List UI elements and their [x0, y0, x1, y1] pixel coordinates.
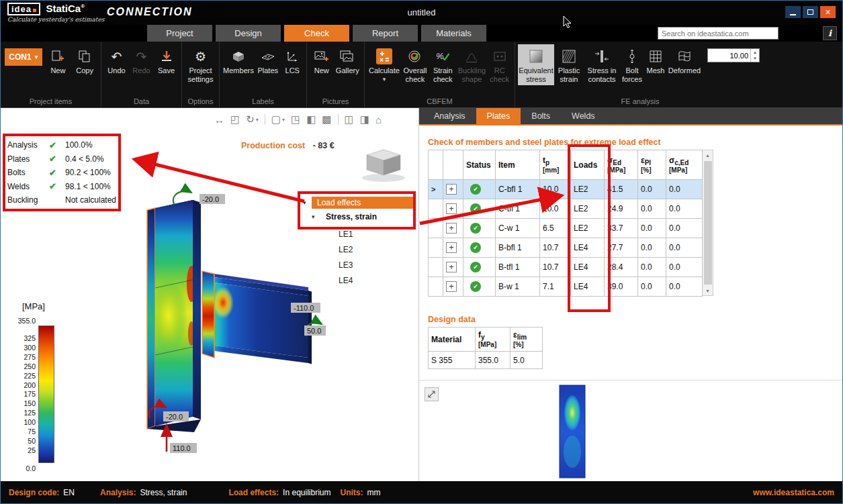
strain-check-button[interactable]: % Strain check — [429, 44, 456, 85]
equivalent-stress-button[interactable]: Equivalent stress — [518, 44, 554, 85]
bolt-forces-button[interactable]: Bolt forces — [620, 44, 644, 85]
expand-row-button[interactable]: + — [446, 262, 457, 272]
stepper-arrows[interactable]: ▲ ▼ — [750, 49, 759, 62]
info-button[interactable]: i — [823, 26, 837, 40]
tab-plates[interactable]: Plates — [476, 108, 521, 124]
app-window: idea StatiCa® Calculate yesterday's esti… — [0, 0, 843, 504]
tab-design[interactable]: Design — [216, 25, 281, 42]
plate-detail-view[interactable] — [419, 380, 843, 483]
force-bottom-label: 110.0 — [173, 444, 191, 452]
tree-node-le2[interactable]: LE2 — [339, 242, 414, 258]
expand-view-button[interactable] — [425, 387, 439, 401]
minimize-button[interactable] — [785, 6, 801, 18]
tab-welds[interactable]: Welds — [561, 108, 606, 124]
maximize-button[interactable] — [803, 6, 818, 18]
deformed-scale-input[interactable] — [708, 49, 750, 62]
stress-in-contacts-button[interactable]: Stress in contacts — [584, 44, 620, 85]
tab-bolts[interactable]: Bolts — [521, 108, 561, 124]
contacts-view-icon[interactable]: ◨ — [360, 113, 369, 125]
expand-row-button[interactable]: + — [446, 242, 457, 253]
rotate-view-icon[interactable]: ↻▾ — [246, 113, 259, 125]
table-row[interactable]: + ✔ B-tfl 1 10.7 LE4 28.4 0.0 0.0 — [429, 258, 703, 277]
tree-node-le3[interactable]: LE3 — [339, 258, 414, 273]
deformed-button[interactable]: Deformed — [667, 44, 702, 77]
expand-row-button[interactable]: + — [446, 223, 457, 234]
tab-project[interactable]: Project — [147, 25, 212, 42]
axonometric-view-icon[interactable]: ◳ — [291, 113, 300, 125]
clip-plane-icon[interactable]: ◫ — [345, 113, 354, 125]
mesh-button[interactable]: Mesh — [644, 44, 667, 77]
save-button[interactable]: Save — [154, 44, 179, 77]
logo-brand-text: StatiCa — [46, 3, 81, 14]
end-plate-highlighted[interactable] — [202, 271, 214, 358]
search-input[interactable] — [658, 27, 779, 40]
project-settings-button[interactable]: ⚙ Project settings — [185, 44, 216, 85]
stress-color-scale: [MPa] 355.0 325300 275250 225200 175150 … — [11, 301, 65, 472]
plastic-strain-button[interactable]: Plastic strain — [554, 44, 584, 85]
force-right-label: 50.0 — [307, 327, 321, 335]
tab-analysis[interactable]: Analysis — [423, 108, 476, 124]
nav-cube[interactable] — [362, 150, 405, 182]
zoom-fit-icon[interactable]: ◰ — [230, 113, 240, 125]
members-labels-button[interactable]: Members — [222, 44, 255, 77]
close-button[interactable]: ✕ — [820, 6, 836, 18]
ribbon-group-fe-analysis: Equivalent stress Plastic strain Stress … — [515, 42, 765, 107]
deformed-scale-stepper[interactable]: ▲ ▼ — [707, 48, 760, 62]
table-row[interactable]: + ✔ C-w 1 6.5 LE2 33.7 0.0 0.0 — [429, 219, 703, 238]
expand-row-button[interactable]: + — [446, 281, 457, 292]
scroll-down-icon[interactable]: ▼ — [705, 286, 710, 295]
column-flange-edge-highlighted[interactable] — [147, 208, 155, 429]
table-row[interactable]: + ✔ B-bfl 1 10.7 LE4 27.7 0.0 0.0 — [429, 238, 703, 258]
tree-node-le1[interactable]: LE1 — [339, 227, 414, 242]
copy-item-button[interactable]: Copy — [71, 44, 98, 77]
expander-icon[interactable]: ▾ — [312, 213, 320, 220]
tab-check[interactable]: Check — [284, 25, 349, 42]
tree-node-stress-strain[interactable]: ▾ Stress, strain — [312, 209, 414, 223]
tree-node-le4[interactable]: LE4 — [339, 273, 414, 289]
mesh-icon — [648, 46, 664, 66]
front-view-icon[interactable]: ◧ — [306, 113, 316, 125]
solid-view-icon[interactable]: ▩ — [322, 113, 331, 125]
connection-selector-button[interactable]: CON1▾ — [5, 48, 42, 66]
lcs-labels-button[interactable]: LCS — [281, 44, 304, 77]
tab-report[interactable]: Report — [353, 25, 418, 42]
overall-check-button[interactable]: Overall check — [401, 44, 429, 85]
table-scrollbar[interactable]: ▲ ▼ — [703, 150, 713, 296]
table-row[interactable]: + ✔ B-w 1 7.1 LE4 39.0 0.0 0.0 — [429, 277, 703, 297]
calculate-button[interactable]: Calculate ▾ — [367, 44, 401, 85]
document-title: untitled — [408, 7, 436, 17]
table-header-row: Material fy[MPa] εlim[%] — [429, 327, 543, 352]
spin-up-icon[interactable]: ▲ — [751, 49, 759, 56]
expand-row-button[interactable]: + — [446, 184, 457, 195]
expand-row-button[interactable]: + — [446, 203, 457, 214]
plates-labels-button[interactable]: Plates — [255, 44, 281, 77]
summary-row-buckling: Buckling Not calculated — [7, 193, 118, 207]
tab-materials[interactable]: Materials — [421, 25, 486, 42]
3d-viewport[interactable]: ↔ ◰ ↻▾ ▢▾ ◳ ◧ ▩ ◫ ◨ ⌂ — [1, 108, 418, 483]
scrollbar-thumb[interactable] — [704, 161, 712, 285]
table-row[interactable]: + ✔ C-tfl 1 10.0 LE2 24.9 0.0 0.0 — [429, 199, 703, 219]
spin-down-icon[interactable]: ▼ — [751, 56, 759, 62]
expander-icon[interactable]: ▾ — [303, 199, 312, 206]
new-item-button[interactable]: New — [45, 44, 72, 77]
moment-right-label: -110.0 — [294, 304, 314, 312]
undo-button[interactable]: ↶ Undo — [104, 44, 129, 77]
tree-node-load-effects[interactable]: ▾ Load effects — [303, 195, 414, 209]
status-ok-icon: ✔ — [470, 262, 481, 272]
copy-icon — [77, 46, 92, 66]
calculate-icon — [375, 46, 393, 66]
rc-check-icon — [492, 46, 508, 66]
scroll-up-icon[interactable]: ▲ — [705, 150, 710, 160]
measure-icon[interactable]: ↔ — [214, 114, 224, 125]
new-picture-button[interactable]: New — [310, 44, 334, 77]
zoom-window-icon[interactable]: ▢▾ — [271, 113, 285, 125]
website-link[interactable]: www.ideastatica.com — [753, 488, 834, 497]
logo-dot — [33, 9, 36, 12]
table-row[interactable]: > + ✔ C-bfl 1 10.0 LE2 41.5 0.0 0.0 — [429, 180, 703, 199]
check-icon: ✔ — [49, 168, 65, 178]
home-view-icon[interactable]: ⌂ — [375, 114, 382, 125]
chevron-down-icon: ▾ — [256, 117, 259, 123]
table-row[interactable]: S 355 355.0 5.0 — [429, 352, 543, 369]
check-heading: Check of members and steel plates for ex… — [428, 138, 661, 147]
gallery-button[interactable]: Gallery — [334, 44, 361, 77]
